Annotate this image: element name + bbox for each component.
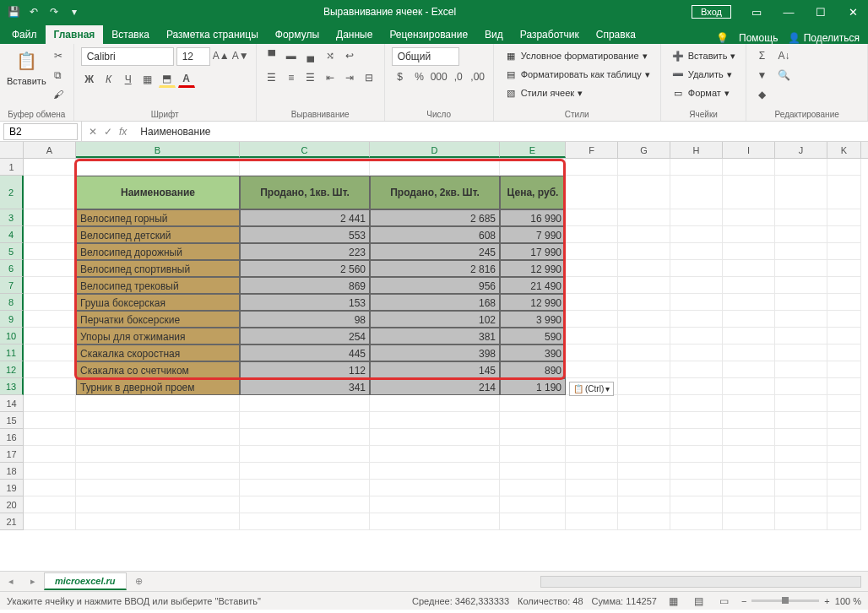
cell-D15[interactable] <box>370 412 500 429</box>
tell-me-icon[interactable]: 💡 <box>716 32 729 44</box>
cell-J15[interactable] <box>775 412 827 429</box>
cell-G10[interactable] <box>618 328 670 344</box>
tab-formulas[interactable]: Формулы <box>267 25 328 44</box>
tab-help[interactable]: Справка <box>588 25 644 44</box>
cell-B5[interactable]: Велосипед дорожный <box>76 243 240 260</box>
cell-K11[interactable] <box>827 344 861 361</box>
cell-A17[interactable] <box>24 446 76 463</box>
cell-J16[interactable] <box>775 429 827 446</box>
cell-D2[interactable]: Продано, 2кв. Шт. <box>370 176 500 209</box>
cell-D9[interactable]: 102 <box>370 311 500 328</box>
cell-K17[interactable] <box>827 446 861 463</box>
zoom-control[interactable]: −+ 100 % <box>741 596 861 606</box>
cell-J2[interactable] <box>775 176 827 209</box>
column-header-H[interactable]: H <box>670 142 723 158</box>
cell-E17[interactable] <box>500 446 566 463</box>
cell-K18[interactable] <box>827 463 861 480</box>
number-format-combo[interactable]: Общий <box>392 47 459 66</box>
column-header-B[interactable]: B <box>76 142 240 158</box>
row-header-10[interactable]: 10 <box>0 328 24 344</box>
column-header-J[interactable]: J <box>775 142 827 158</box>
cell-C9[interactable]: 98 <box>240 311 370 328</box>
cell-F6[interactable] <box>566 260 618 277</box>
cell-H12[interactable] <box>670 361 723 378</box>
cell-B11[interactable]: Скакалка скоростная <box>76 344 240 361</box>
percent-icon[interactable]: % <box>411 68 428 85</box>
cell-F9[interactable] <box>566 311 618 328</box>
cell-E10[interactable]: 590 <box>500 328 566 344</box>
cell-K9[interactable] <box>827 311 861 328</box>
cell-D11[interactable]: 398 <box>370 344 500 361</box>
cell-C1[interactable] <box>240 159 370 176</box>
currency-icon[interactable]: $ <box>392 68 409 85</box>
cell-H11[interactable] <box>670 344 723 361</box>
cell-D19[interactable] <box>370 480 500 496</box>
cell-F1[interactable] <box>566 159 618 176</box>
tab-insert[interactable]: Вставка <box>103 25 158 44</box>
cell-K19[interactable] <box>827 480 861 496</box>
column-header-G[interactable]: G <box>618 142 670 158</box>
cell-H18[interactable] <box>670 463 723 480</box>
cell-F20[interactable] <box>566 496 618 513</box>
cell-E20[interactable] <box>500 496 566 513</box>
column-header-A[interactable]: A <box>24 142 76 158</box>
cell-E15[interactable] <box>500 412 566 429</box>
cell-C6[interactable]: 2 560 <box>240 260 370 277</box>
cell-F14[interactable] <box>566 395 618 412</box>
cell-D20[interactable] <box>370 496 500 513</box>
cell-F8[interactable] <box>566 294 618 311</box>
align-center-icon[interactable]: ≡ <box>283 69 300 86</box>
indent-dec-icon[interactable]: ⇤ <box>322 69 339 86</box>
cell-H16[interactable] <box>670 429 723 446</box>
cell-C16[interactable] <box>240 429 370 446</box>
cell-K16[interactable] <box>827 429 861 446</box>
cell-G20[interactable] <box>618 496 670 513</box>
cell-B3[interactable]: Велосипед горный <box>76 209 240 226</box>
tab-home[interactable]: Главная <box>46 25 104 44</box>
new-sheet-button[interactable]: ⊕ <box>127 576 151 587</box>
cell-E13[interactable]: 1 190 <box>500 378 566 395</box>
cell-C21[interactable] <box>240 513 370 530</box>
cell-I18[interactable] <box>723 463 775 480</box>
cell-G6[interactable] <box>618 260 670 277</box>
cell-A15[interactable] <box>24 412 76 429</box>
cell-G9[interactable] <box>618 311 670 328</box>
share-button[interactable]: 👤 Поделиться <box>788 32 860 44</box>
cell-B17[interactable] <box>76 446 240 463</box>
formula-bar[interactable]: Наименование <box>133 126 868 138</box>
sheet-nav-prev[interactable]: ◂ <box>0 576 22 587</box>
cell-A7[interactable] <box>24 277 76 294</box>
cell-I9[interactable] <box>723 311 775 328</box>
cut-icon[interactable]: ✂ <box>50 47 67 64</box>
cell-E4[interactable]: 7 990 <box>500 226 566 243</box>
cell-K13[interactable] <box>827 378 861 395</box>
cell-K4[interactable] <box>827 226 861 243</box>
row-header-6[interactable]: 6 <box>0 260 24 277</box>
cell-E6[interactable]: 12 990 <box>500 260 566 277</box>
cell-J8[interactable] <box>775 294 827 311</box>
cell-D13[interactable]: 214 <box>370 378 500 395</box>
cell-D21[interactable] <box>370 513 500 530</box>
copy-icon[interactable]: ⧉ <box>50 67 67 84</box>
cell-K2[interactable] <box>827 176 861 209</box>
inc-decimal-icon[interactable]: ,0 <box>450 68 467 85</box>
cell-F15[interactable] <box>566 412 618 429</box>
cell-B7[interactable]: Велосипед трековый <box>76 277 240 294</box>
cell-A16[interactable] <box>24 429 76 446</box>
cell-C11[interactable]: 445 <box>240 344 370 361</box>
cell-B13[interactable]: Турник в дверной проем <box>76 378 240 395</box>
cell-K20[interactable] <box>827 496 861 513</box>
underline-button[interactable]: Ч <box>120 71 137 88</box>
cell-G19[interactable] <box>618 480 670 496</box>
ribbon-options-icon[interactable]: ▭ <box>741 0 772 24</box>
cell-K12[interactable] <box>827 361 861 378</box>
cell-E16[interactable] <box>500 429 566 446</box>
cell-E19[interactable] <box>500 480 566 496</box>
sheet-tab-active[interactable]: microexcel.ru <box>44 572 127 590</box>
autosum-icon[interactable]: Σ <box>753 47 770 64</box>
cell-I5[interactable] <box>723 243 775 260</box>
cell-F5[interactable] <box>566 243 618 260</box>
format-cells-button[interactable]: ▭Формат ▾ <box>668 84 740 101</box>
cell-C8[interactable]: 153 <box>240 294 370 311</box>
column-header-F[interactable]: F <box>566 142 618 158</box>
